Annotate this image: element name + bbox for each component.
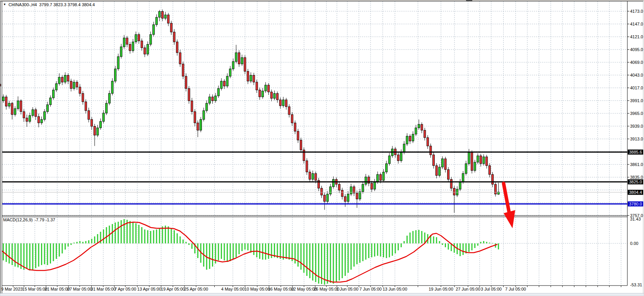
- time-tick-label: 3 Jul 05:00: [481, 287, 502, 291]
- candle-up: [64, 75, 66, 82]
- candle-down: [88, 111, 90, 120]
- price-axis[interactable]: 4173.04147.04121.04095.04069.04043.04017…: [627, 9, 643, 287]
- time-tick-label: 7 Apr 05:00: [114, 287, 136, 291]
- candle-down: [324, 195, 326, 201]
- price-badge-label: 3804.4: [629, 190, 642, 195]
- candle-up: [347, 194, 349, 202]
- candle-up: [117, 56, 119, 69]
- candle-down: [161, 12, 163, 19]
- chart-canvas[interactable]: 4173.04147.04121.04095.04069.04043.04017…: [0, 0, 644, 296]
- candle-down: [321, 188, 323, 195]
- time-tick-label: 21 Mar 05:00: [45, 287, 70, 291]
- candle-up: [132, 42, 134, 51]
- candle-down: [38, 116, 39, 123]
- price-tick-label: 4121.0: [630, 34, 643, 39]
- candle-down: [126, 38, 128, 44]
- candle-down: [173, 32, 175, 42]
- time-tick-label: 27 Mar 05:00: [67, 287, 92, 291]
- candle-up: [164, 15, 166, 18]
- candle-up: [312, 173, 314, 179]
- candle-down: [356, 193, 358, 199]
- candle-up: [250, 75, 252, 81]
- candle-down: [191, 101, 193, 111]
- candle-up: [229, 69, 231, 76]
- candle-up: [102, 113, 104, 121]
- candle-up: [418, 124, 420, 128]
- price-badge-label: 3825.0: [629, 180, 642, 184]
- candle-up: [474, 162, 476, 171]
- candle-down: [138, 34, 140, 41]
- candle-down: [176, 42, 178, 53]
- candle-down: [344, 197, 346, 202]
- candle-down: [212, 97, 214, 101]
- candle-down: [141, 41, 143, 48]
- candle-up: [332, 180, 334, 187]
- candle-down: [70, 81, 72, 89]
- candle-down: [129, 44, 131, 51]
- candle-up: [265, 85, 266, 91]
- candle-up: [159, 12, 161, 17]
- price-tick-label: 3835.0: [630, 175, 643, 180]
- macd-indicator-label: MACD(12,26,9) -7.79 -1.37: [3, 217, 55, 222]
- candle-up: [350, 187, 352, 194]
- candle-up: [462, 173, 464, 182]
- macd-signal-line: [2, 222, 497, 282]
- candle-up: [439, 167, 441, 176]
- price-badge-label: 3885.6: [629, 150, 642, 154]
- candle-down: [244, 58, 246, 72]
- candle-down: [270, 92, 272, 98]
- candle-up: [123, 38, 125, 47]
- candle-down: [486, 157, 488, 166]
- price-tick-label: 4147.0: [630, 22, 643, 26]
- price-tick-label: 4069.0: [630, 60, 643, 65]
- macd-values: -7.79 -1.37: [34, 217, 55, 222]
- candle-up: [200, 120, 202, 130]
- macd-name: MACD(12,26,9): [3, 217, 32, 222]
- candle-up: [388, 156, 390, 164]
- bottom-strip[interactable]: [0, 293, 644, 296]
- macd-scale-label: 0.00: [630, 241, 638, 246]
- candle-up: [46, 105, 48, 112]
- price-tick-label: 3991.0: [630, 98, 643, 103]
- candle-down: [85, 102, 87, 111]
- candle-down: [5, 97, 7, 106]
- candle-down: [448, 169, 449, 179]
- candle-up: [32, 110, 34, 115]
- candle-down: [91, 120, 93, 127]
- candle-down: [35, 110, 37, 116]
- time-tick-label: 4 May 05:00: [221, 287, 245, 291]
- candle-up: [415, 128, 417, 134]
- candle-down: [309, 172, 311, 180]
- candle-down: [256, 82, 258, 90]
- candle-up: [282, 100, 284, 106]
- candle-down: [144, 48, 146, 54]
- candle-up: [406, 136, 408, 144]
- candle-down: [294, 123, 296, 132]
- candle-up: [41, 120, 43, 123]
- candle-up: [465, 164, 467, 173]
- candle-down: [268, 85, 270, 92]
- candle-down: [480, 156, 482, 164]
- candle-up: [215, 96, 217, 101]
- candle-down: [427, 138, 429, 146]
- candle-down: [188, 89, 190, 101]
- symbol-period-label: CHINA300-,H4: [9, 2, 37, 7]
- candle-down: [409, 136, 411, 141]
- candle-down: [26, 118, 28, 121]
- candle-up: [403, 144, 405, 152]
- candle-up: [206, 103, 208, 111]
- time-tick-label: 26 May 05:00: [314, 287, 340, 291]
- candle-up: [114, 69, 116, 81]
- candle-up: [377, 175, 379, 182]
- candle-up: [106, 103, 108, 113]
- candle-down: [167, 15, 169, 23]
- candle-up: [8, 103, 10, 106]
- candle-up: [44, 111, 46, 119]
- time-axis[interactable]: 9 Mar 202315 Mar 05:0021 Mar 05:0027 Mar…: [1, 286, 621, 291]
- candle-up: [386, 164, 388, 172]
- candle-up: [226, 76, 228, 86]
- candle-down: [315, 173, 317, 180]
- symbol-dropdown-icon[interactable]: ▼: [3, 3, 6, 7]
- candle-up: [50, 98, 51, 105]
- candle-down: [238, 53, 240, 64]
